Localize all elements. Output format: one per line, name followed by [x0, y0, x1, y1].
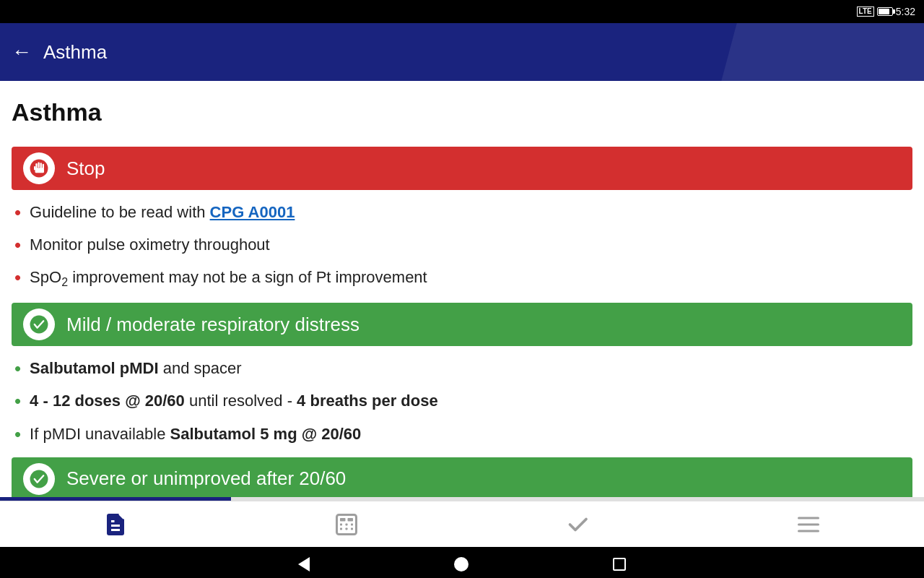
nav-checklist[interactable]	[462, 501, 693, 548]
list-item: Salbutamol pMDI and spacer	[14, 358, 910, 380]
bullet-salbutamol-text: Salbutamol pMDI and spacer	[30, 358, 241, 380]
svg-rect-18	[340, 527, 342, 530]
bullet-cpg-text: Guideline to be read with CPG A0001	[30, 202, 295, 224]
mild-bullet-list: Salbutamol pMDI and spacer 4 - 12 doses …	[12, 358, 912, 446]
battery-fill	[879, 9, 889, 14]
page-title: Asthma	[12, 92, 912, 132]
nav-menu[interactable]	[693, 501, 924, 548]
android-back-icon	[298, 557, 310, 571]
svg-rect-1	[38, 162, 39, 168]
list-item: Monitor pulse oximetry throughout	[14, 234, 910, 256]
mild-header-text: Mild / moderate respiratory distress	[66, 314, 359, 336]
check-icon	[23, 309, 55, 340]
stop-bullet-list: Guideline to be read with CPG A0001 Moni…	[12, 202, 912, 291]
svg-rect-20	[351, 527, 353, 530]
list-item: Guideline to be read with CPG A0001	[14, 202, 910, 224]
lte-icon: LTE	[857, 7, 874, 17]
severe-header-text: Severe or unimproved after 20/60	[66, 467, 346, 490]
list-item: 4 - 12 doses @ 20/60 until resolved - 4 …	[14, 390, 910, 413]
stop-section-header: Stop	[12, 147, 912, 190]
status-icons: LTE 5:32	[857, 6, 915, 17]
svg-rect-14	[348, 518, 354, 522]
list-item: If pMDI unavailable Salbutamol 5 mg @ 20…	[14, 423, 910, 446]
cpg-link[interactable]: CPG A0001	[210, 203, 295, 221]
svg-rect-19	[346, 527, 348, 530]
svg-rect-13	[340, 518, 346, 522]
stop-header-text: Stop	[66, 158, 105, 180]
main-content: Asthma Stop	[0, 81, 924, 497]
svg-point-7	[30, 316, 48, 334]
android-recent-icon	[613, 558, 626, 571]
nav-calculator[interactable]	[231, 501, 462, 548]
bottom-nav	[0, 501, 924, 547]
bullet-pulse-text: Monitor pulse oximetry throughout	[30, 234, 270, 256]
mild-section-header: Mild / moderate respiratory distress	[12, 303, 912, 346]
bullet-pmdi-text: If pMDI unavailable Salbutamol 5 mg @ 20…	[30, 423, 361, 446]
svg-rect-16	[346, 523, 348, 525]
svg-rect-6	[35, 168, 44, 173]
android-home-button[interactable]	[454, 557, 468, 571]
status-bar: LTE 5:32	[0, 0, 924, 23]
severe-section-header: Severe or unimproved after 20/60	[12, 457, 912, 497]
back-button[interactable]: ←	[12, 40, 32, 64]
svg-rect-17	[351, 523, 353, 525]
list-item: SpO2 improvement may not be a sign of Pt…	[14, 267, 910, 291]
stop-icon	[23, 152, 55, 184]
svg-rect-15	[340, 523, 342, 525]
android-back-button[interactable]	[298, 557, 310, 571]
bullet-spo2-text: SpO2 improvement may not be a sign of Pt…	[30, 267, 427, 291]
app-bar-decoration	[721, 23, 924, 81]
bullet-doses-text: 4 - 12 doses @ 20/60 until resolved - 4 …	[30, 390, 438, 413]
svg-point-8	[30, 470, 48, 488]
battery-icon	[877, 7, 893, 16]
svg-rect-2	[40, 163, 42, 168]
app-bar-title: Asthma	[43, 41, 107, 64]
check-icon-severe	[23, 463, 55, 495]
status-time: 5:32	[896, 6, 915, 17]
android-nav	[0, 547, 924, 578]
android-recent-button[interactable]	[613, 558, 626, 571]
app-bar: ← Asthma	[0, 23, 924, 81]
nav-document[interactable]	[0, 501, 231, 548]
android-home-icon	[454, 557, 468, 571]
